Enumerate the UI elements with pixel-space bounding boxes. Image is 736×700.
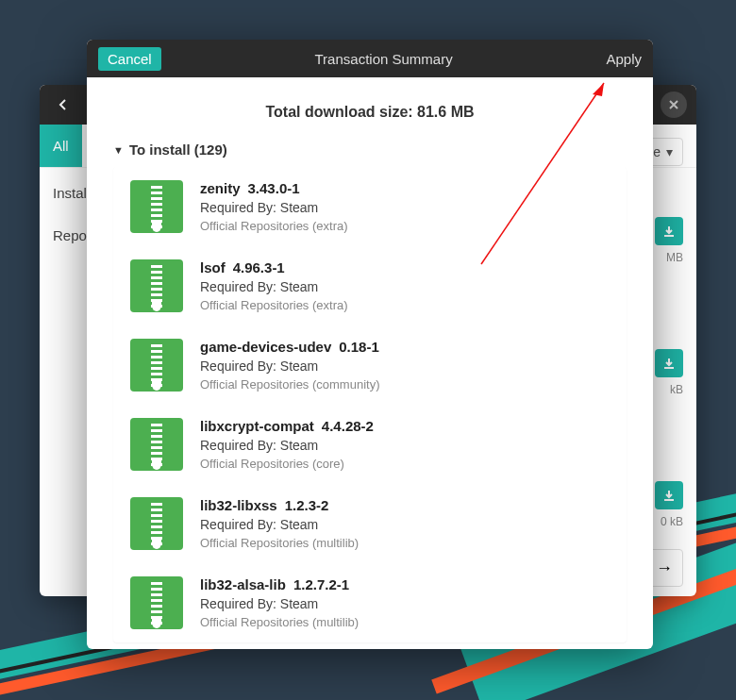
- install-button[interactable]: [655, 481, 683, 509]
- package-icon: [130, 497, 183, 550]
- package-info: lib32-libxss1.2.3-2 Required By: Steam O…: [200, 497, 610, 550]
- to-install-section-header[interactable]: ▼ To install (129): [87, 142, 653, 167]
- package-name: libxcrypt-compat4.4.28-2: [200, 418, 610, 434]
- package-required-by: Required By: Steam: [200, 438, 610, 453]
- package-repository: Official Repositories (multilib): [200, 536, 610, 550]
- window-close-button[interactable]: [661, 92, 687, 118]
- back-button[interactable]: [49, 92, 77, 118]
- triangle-down-icon: ▼: [113, 144, 124, 156]
- package-repository: Official Repositories (extra): [200, 219, 610, 233]
- package-item[interactable]: zenity3.43.0-1 Required By: Steam Offici…: [113, 167, 627, 246]
- package-icon: [130, 418, 183, 471]
- package-cards-column: MB kB 0 kB: [655, 217, 683, 528]
- package-icon: [130, 339, 183, 392]
- package-name: game-devices-udev0.18-1: [200, 339, 610, 355]
- download-icon: [662, 357, 676, 370]
- package-repository: Official Repositories (extra): [200, 298, 610, 312]
- cancel-button[interactable]: Cancel: [98, 47, 161, 71]
- package-icon: [130, 180, 183, 233]
- package-required-by: Required By: Steam: [200, 517, 610, 532]
- download-icon: [662, 489, 676, 502]
- package-name: lib32-libxss1.2.3-2: [200, 497, 610, 513]
- package-item[interactable]: lib32-alsa-lib1.2.7.2-1 Required By: Ste…: [113, 563, 627, 642]
- package-info: zenity3.43.0-1 Required By: Steam Offici…: [200, 180, 610, 233]
- close-icon: [669, 100, 678, 109]
- dialog-body[interactable]: Total download size: 81.6 MB ▼ To instal…: [87, 77, 653, 649]
- package-item[interactable]: lib32-libxss1.2.3-2 Required By: Steam O…: [113, 484, 627, 563]
- package-required-by: Required By: Steam: [200, 358, 610, 374]
- package-info: lib32-alsa-lib1.2.7.2-1 Required By: Ste…: [200, 576, 610, 629]
- tab-all[interactable]: All: [40, 125, 82, 167]
- package-item[interactable]: lsof4.96.3-1 Required By: Steam Official…: [113, 246, 627, 325]
- package-name: lsof4.96.3-1: [200, 259, 610, 275]
- bg-stripe: [0, 0, 736, 9]
- dialog-title: Transaction Summary: [315, 51, 453, 67]
- package-list: zenity3.43.0-1 Required By: Steam Offici…: [113, 167, 627, 642]
- package-repository: Official Repositories (multilib): [200, 615, 610, 629]
- transaction-summary-dialog: Cancel Transaction Summary Apply Total d…: [87, 40, 653, 649]
- section-title: To install (129): [129, 142, 227, 158]
- arrow-left-icon: [56, 97, 71, 112]
- package-info: lsof4.96.3-1 Required By: Steam Official…: [200, 259, 610, 312]
- package-required-by: Required By: Steam: [200, 200, 610, 215]
- package-name: zenity3.43.0-1: [200, 180, 610, 196]
- package-repository: Official Repositories (core): [200, 457, 610, 471]
- apply-button[interactable]: Apply: [606, 51, 642, 67]
- package-info: libxcrypt-compat4.4.28-2 Required By: St…: [200, 418, 610, 471]
- package-item[interactable]: game-devices-udev0.18-1 Required By: Ste…: [113, 325, 627, 405]
- install-button[interactable]: [655, 217, 683, 245]
- package-repository: Official Repositories (community): [200, 377, 610, 392]
- package-item[interactable]: libxcrypt-compat4.4.28-2 Required By: St…: [113, 405, 627, 484]
- package-card: kB: [655, 349, 683, 396]
- package-name: lib32-alsa-lib1.2.7.2-1: [200, 576, 610, 592]
- package-required-by: Required By: Steam: [200, 279, 610, 294]
- package-size: kB: [655, 383, 683, 396]
- arrow-right-icon: →: [656, 558, 673, 578]
- package-size: 0 kB: [655, 515, 683, 528]
- package-card: 0 kB: [655, 481, 683, 528]
- package-card: MB: [655, 217, 683, 264]
- download-icon: [662, 225, 676, 238]
- package-required-by: Required By: Steam: [200, 596, 610, 611]
- package-icon: [130, 259, 183, 312]
- chevron-down-icon: ▾: [666, 144, 673, 159]
- dialog-header: Cancel Transaction Summary Apply: [87, 40, 653, 77]
- package-size: MB: [655, 251, 683, 264]
- install-button[interactable]: [655, 349, 683, 377]
- package-info: game-devices-udev0.18-1 Required By: Ste…: [200, 339, 610, 392]
- package-icon: [130, 576, 183, 629]
- total-download-size: Total download size: 81.6 MB: [87, 104, 653, 121]
